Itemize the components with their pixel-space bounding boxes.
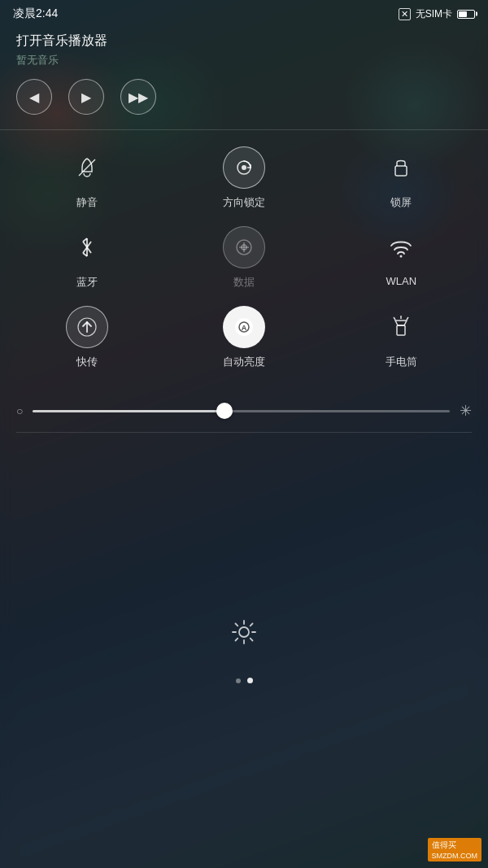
lockscreen-label: 锁屏 — [390, 195, 412, 210]
toggle-autobright[interactable]: A 自动亮度 — [211, 306, 277, 369]
kuaichuan-label: 快传 — [76, 355, 98, 369]
data-label: 数据 — [233, 275, 255, 290]
toggle-wlan[interactable]: WLAN — [368, 226, 434, 290]
page-dot-2[interactable] — [247, 678, 253, 683]
status-bar: 凌晨2:44 ✕ 无SIM卡 — [0, 0, 488, 24]
toggle-data[interactable]: 数据 — [211, 226, 277, 290]
toggles-row-3: 快传 A 自动亮度 — [8, 306, 480, 369]
toggle-flashlight[interactable]: 手电筒 — [368, 306, 434, 369]
wlan-label: WLAN — [386, 275, 417, 287]
prev-button[interactable]: ◀ — [16, 79, 52, 115]
music-no-music: 暂无音乐 — [16, 53, 472, 68]
bluetooth-icon — [66, 226, 108, 268]
brightness-fill — [33, 410, 224, 412]
orientation-icon — [223, 146, 265, 189]
toggle-lockscreen[interactable]: 锁屏 — [368, 146, 434, 210]
no-sim-icon: ✕ — [399, 8, 411, 20]
svg-line-14 — [394, 317, 395, 320]
page-dot-1[interactable] — [236, 678, 241, 683]
svg-rect-13 — [397, 325, 405, 335]
toggles-section: 静音 方向锁定 — [0, 130, 488, 394]
data-icon — [223, 226, 265, 268]
lockscreen-icon — [380, 146, 422, 189]
no-sim-label: 无SIM卡 — [416, 7, 452, 21]
watermark: 值得买SMZDM.COM — [428, 838, 482, 861]
flashlight-icon — [380, 306, 422, 348]
kuaichuan-icon — [66, 306, 108, 348]
autobright-icon: A — [223, 306, 265, 348]
brightness-thumb[interactable] — [216, 403, 233, 419]
wlan-icon — [380, 226, 422, 268]
mute-label: 静音 — [76, 195, 98, 210]
bottom-section — [0, 433, 488, 868]
svg-point-8 — [400, 255, 403, 258]
music-section: 打开音乐播放器 暂无音乐 ◀ ▶ ▶▶ — [0, 24, 488, 129]
next-button[interactable]: ▶▶ — [120, 79, 156, 115]
svg-point-2 — [242, 165, 246, 170]
brightness-track[interactable] — [33, 410, 450, 412]
autobright-label: 自动亮度 — [223, 355, 265, 369]
status-time: 凌晨2:44 — [13, 7, 58, 21]
status-right: ✕ 无SIM卡 — [399, 7, 475, 21]
page-dots — [236, 678, 253, 683]
svg-point-17 — [239, 627, 249, 637]
toggle-orientation[interactable]: 方向锁定 — [211, 146, 277, 210]
music-controls: ◀ ▶ ▶▶ — [16, 79, 472, 115]
settings-button[interactable] — [229, 617, 259, 653]
flashlight-label: 手电筒 — [386, 355, 417, 369]
bluetooth-label: 蓝牙 — [76, 275, 98, 290]
toggle-mute[interactable]: 静音 — [54, 146, 120, 210]
toggles-row-1: 静音 方向锁定 — [8, 146, 480, 210]
toggle-kuaichuan[interactable]: 快传 — [54, 306, 120, 369]
toggles-row-2: 蓝牙 数据 — [8, 226, 480, 290]
orientation-label: 方向锁定 — [223, 195, 265, 210]
svg-line-16 — [407, 317, 408, 320]
svg-line-0 — [79, 159, 95, 176]
music-player-title[interactable]: 打开音乐播放器 — [16, 33, 472, 50]
svg-text:A: A — [242, 324, 247, 332]
toggle-bluetooth[interactable]: 蓝牙 — [54, 226, 120, 290]
mute-icon — [66, 146, 108, 189]
play-button[interactable]: ▶ — [68, 79, 104, 115]
brightness-slider-section: ○ ✳ — [0, 394, 488, 432]
brightness-max-icon: ✳ — [460, 402, 472, 420]
brightness-min-icon: ○ — [16, 404, 23, 417]
battery-icon — [457, 10, 475, 19]
svg-rect-3 — [395, 166, 407, 176]
